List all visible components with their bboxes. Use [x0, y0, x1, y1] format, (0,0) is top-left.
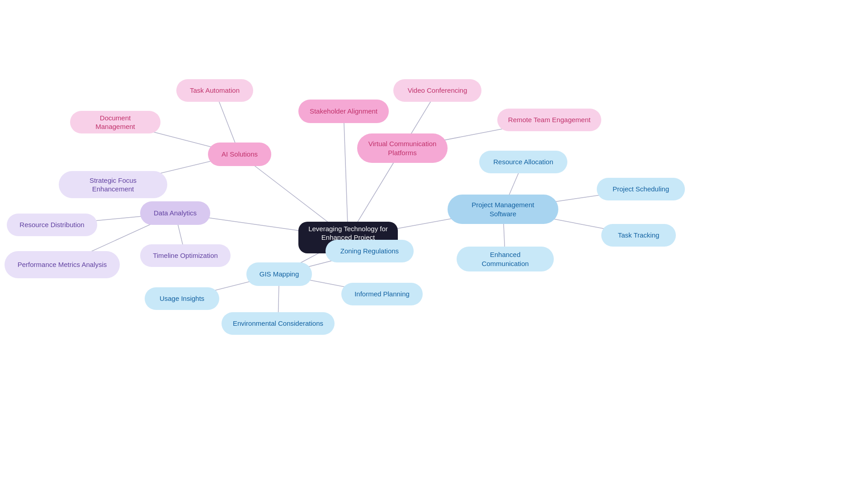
mindmap-container: Leveraging Technology for Enhanced Proje…	[0, 0, 868, 490]
ai-solutions-node[interactable]: AI Solutions	[208, 143, 271, 166]
environmental-node[interactable]: Environmental Considerations	[222, 312, 335, 335]
connections-svg	[0, 0, 868, 490]
usage-insights-node[interactable]: Usage Insights	[145, 287, 219, 310]
project-mgmt-node[interactable]: Project Management Software	[448, 195, 558, 224]
remote-team-node[interactable]: Remote Team Engagement	[497, 109, 601, 131]
informed-planning-node[interactable]: Informed Planning	[341, 283, 423, 305]
document-management-node[interactable]: Document Management	[70, 111, 160, 133]
task-automation-node[interactable]: Task Automation	[176, 79, 253, 102]
timeline-optimization-node[interactable]: Timeline Optimization	[140, 244, 231, 267]
zoning-regulations-node[interactable]: Zoning Regulations	[326, 240, 414, 262]
project-scheduling-node[interactable]: Project Scheduling	[597, 178, 685, 200]
enhanced-comm-node[interactable]: Enhanced Communication	[457, 247, 554, 271]
video-conferencing-node[interactable]: Video Conferencing	[393, 79, 481, 102]
stakeholder-alignment-node[interactable]: Stakeholder Alignment	[298, 100, 389, 123]
data-analytics-node[interactable]: Data Analytics	[140, 201, 210, 225]
strategic-focus-node[interactable]: Strategic Focus Enhancement	[59, 171, 167, 198]
svg-line-13	[344, 111, 348, 238]
resource-distribution-node[interactable]: Resource Distribution	[7, 214, 97, 236]
gis-mapping-node[interactable]: GIS Mapping	[246, 262, 312, 286]
performance-metrics-node[interactable]: Performance Metrics Analysis	[5, 251, 120, 278]
resource-allocation-node[interactable]: Resource Allocation	[479, 151, 567, 173]
virtual-comm-node[interactable]: Virtual Communication Platforms	[357, 133, 448, 163]
task-tracking-node[interactable]: Task Tracking	[601, 224, 676, 247]
